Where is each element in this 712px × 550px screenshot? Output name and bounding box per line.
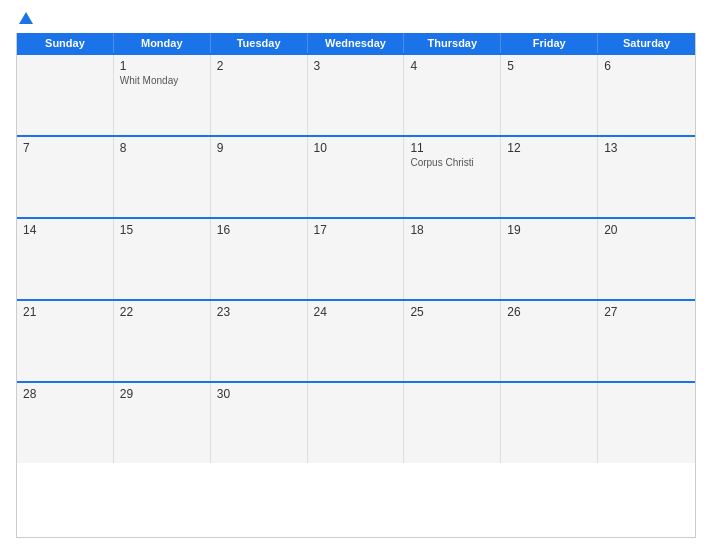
day-cell: 2	[211, 55, 308, 135]
day-cell: 17	[308, 219, 405, 299]
day-cell: 10	[308, 137, 405, 217]
day-cell: 14	[17, 219, 114, 299]
day-header-thursday: Thursday	[404, 33, 501, 53]
day-number: 21	[23, 305, 107, 319]
day-number: 18	[410, 223, 494, 237]
day-cell: 25	[404, 301, 501, 381]
day-number: 7	[23, 141, 107, 155]
day-number: 13	[604, 141, 689, 155]
week-row-3: 21222324252627	[17, 299, 695, 381]
day-number: 2	[217, 59, 301, 73]
day-cell: 6	[598, 55, 695, 135]
day-number: 17	[314, 223, 398, 237]
week-row-0: 1Whit Monday23456	[17, 53, 695, 135]
holiday-label: Whit Monday	[120, 75, 204, 86]
day-cell: 28	[17, 383, 114, 463]
holiday-label: Corpus Christi	[410, 157, 494, 168]
logo-triangle-icon	[19, 12, 33, 24]
day-cell: 11Corpus Christi	[404, 137, 501, 217]
weeks-container: 1Whit Monday234567891011Corpus Christi12…	[17, 53, 695, 463]
page: SundayMondayTuesdayWednesdayThursdayFrid…	[0, 0, 712, 550]
day-number: 22	[120, 305, 204, 319]
day-number: 23	[217, 305, 301, 319]
day-cell: 8	[114, 137, 211, 217]
day-header-sunday: Sunday	[17, 33, 114, 53]
day-number: 11	[410, 141, 494, 155]
day-number: 9	[217, 141, 301, 155]
day-number: 14	[23, 223, 107, 237]
day-number: 28	[23, 387, 107, 401]
day-number: 26	[507, 305, 591, 319]
day-cell: 21	[17, 301, 114, 381]
logo	[16, 12, 33, 25]
day-number: 27	[604, 305, 689, 319]
day-cell: 27	[598, 301, 695, 381]
day-number: 5	[507, 59, 591, 73]
week-row-2: 14151617181920	[17, 217, 695, 299]
day-cell: 16	[211, 219, 308, 299]
day-cell: 20	[598, 219, 695, 299]
day-cell: 22	[114, 301, 211, 381]
day-cell	[17, 55, 114, 135]
day-cell: 29	[114, 383, 211, 463]
day-number: 4	[410, 59, 494, 73]
day-number: 3	[314, 59, 398, 73]
day-cell: 9	[211, 137, 308, 217]
day-headers-row: SundayMondayTuesdayWednesdayThursdayFrid…	[17, 33, 695, 53]
day-number: 12	[507, 141, 591, 155]
day-cell: 26	[501, 301, 598, 381]
day-cell	[308, 383, 405, 463]
day-cell: 19	[501, 219, 598, 299]
week-row-4: 282930	[17, 381, 695, 463]
day-number: 15	[120, 223, 204, 237]
day-number: 19	[507, 223, 591, 237]
day-cell: 4	[404, 55, 501, 135]
day-header-wednesday: Wednesday	[308, 33, 405, 53]
day-number: 29	[120, 387, 204, 401]
day-cell: 12	[501, 137, 598, 217]
week-row-1: 7891011Corpus Christi1213	[17, 135, 695, 217]
day-cell: 24	[308, 301, 405, 381]
header	[16, 12, 696, 25]
day-cell: 13	[598, 137, 695, 217]
day-number: 30	[217, 387, 301, 401]
day-cell: 15	[114, 219, 211, 299]
day-cell: 23	[211, 301, 308, 381]
day-cell: 7	[17, 137, 114, 217]
day-number: 1	[120, 59, 204, 73]
day-cell: 3	[308, 55, 405, 135]
day-number: 6	[604, 59, 689, 73]
day-cell: 30	[211, 383, 308, 463]
day-cell: 1Whit Monday	[114, 55, 211, 135]
day-number: 10	[314, 141, 398, 155]
calendar: SundayMondayTuesdayWednesdayThursdayFrid…	[16, 33, 696, 538]
day-header-friday: Friday	[501, 33, 598, 53]
day-number: 25	[410, 305, 494, 319]
day-cell	[598, 383, 695, 463]
day-number: 16	[217, 223, 301, 237]
day-number: 8	[120, 141, 204, 155]
day-cell	[501, 383, 598, 463]
day-header-saturday: Saturday	[598, 33, 695, 53]
day-cell	[404, 383, 501, 463]
day-cell: 5	[501, 55, 598, 135]
day-header-tuesday: Tuesday	[211, 33, 308, 53]
day-number: 20	[604, 223, 689, 237]
day-header-monday: Monday	[114, 33, 211, 53]
day-cell: 18	[404, 219, 501, 299]
day-number: 24	[314, 305, 398, 319]
